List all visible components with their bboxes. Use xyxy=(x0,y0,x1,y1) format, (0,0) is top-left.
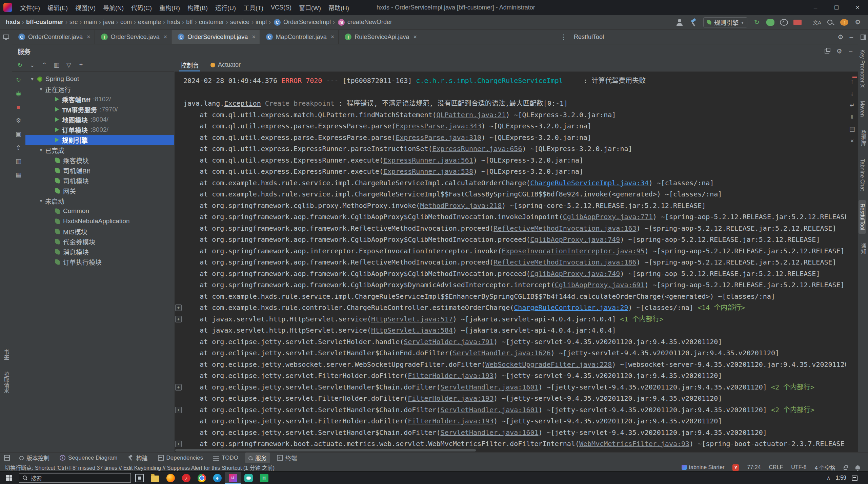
action-center-icon[interactable] xyxy=(852,476,857,481)
breadcrumb-item[interactable]: bff xyxy=(185,19,194,26)
breadcrumb-item[interactable]: main xyxy=(83,19,98,26)
hidden-tabs-icon[interactable]: ⋮ xyxy=(557,33,570,41)
menu-item[interactable]: 代码(C) xyxy=(127,0,156,15)
settings-gear-icon[interactable]: ⚙ xyxy=(854,18,862,27)
task-view-button[interactable] xyxy=(132,472,147,484)
dashboard-grid-icon[interactable]: ▦ xyxy=(14,171,23,179)
line-separator[interactable]: CRLF xyxy=(769,464,783,470)
stacktrace-link[interactable]: ChargeRuleServiceImpl.java:34 xyxy=(530,179,649,187)
filter-icon[interactable]: ▽ xyxy=(64,60,74,70)
tree-item[interactable]: ▾正在运行 xyxy=(25,84,174,94)
toolwindow-button-services[interactable]: 服务 xyxy=(245,453,270,463)
stacktrace-link[interactable]: WebSocketUpgradeFilter.java:228 xyxy=(485,360,612,369)
breadcrumb-item[interactable]: hxds xyxy=(5,19,21,26)
taskbar-search-input[interactable]: 搜索 xyxy=(19,473,131,483)
stripe-button[interactable]: Maven xyxy=(859,97,866,120)
edit-configuration-wrench-icon[interactable]: ⚙ xyxy=(14,117,23,125)
stacktrace-link[interactable]: ServletHandler.java:1601 xyxy=(441,428,539,437)
chrome-icon[interactable] xyxy=(194,472,209,484)
stacktrace-link[interactable]: HttpServlet.java:584 xyxy=(371,326,453,334)
stacktrace-link[interactable]: WebMvcMetricsFilter.java:93 xyxy=(579,440,689,448)
stacktrace-link[interactable]: ExposeInvocationInterceptor.java:95 xyxy=(502,247,644,255)
next-occurrence-icon[interactable]: ↓ xyxy=(848,90,856,97)
profiler-icon[interactable] xyxy=(780,19,788,26)
breadcrumb-item[interactable]: customer xyxy=(198,19,225,26)
stacktrace-link[interactable]: ExpressRunner.java:656 xyxy=(432,145,522,153)
stacktrace-link[interactable]: FilterHolder.java:193 xyxy=(408,372,493,380)
tool-window-switcher-icon[interactable] xyxy=(4,455,10,461)
stacktrace-link[interactable]: ExpressParse.java:343 xyxy=(396,122,481,130)
tree-item[interactable]: TM事务服务 :7970/ xyxy=(25,104,174,114)
camera-icon[interactable]: ▣ xyxy=(14,130,23,138)
toolwindow-button-dependencies[interactable]: Dependencies xyxy=(155,454,207,462)
chevron-down-icon[interactable]: ▾ xyxy=(37,198,45,204)
hbuilder-icon[interactable]: H xyxy=(256,472,272,484)
error-stripe-mark[interactable] xyxy=(852,77,857,78)
firefox-icon[interactable] xyxy=(163,472,178,484)
breadcrumb-item[interactable]: service xyxy=(229,19,250,26)
expand-fold-icon[interactable]: + xyxy=(175,316,182,322)
console-text[interactable]: Exception xyxy=(224,99,261,107)
stacktrace-link[interactable]: ChargeRuleController.java:29 xyxy=(514,303,628,312)
stacktrace-link[interactable]: CglibAopProxy.java:771 xyxy=(563,213,653,221)
create-breakpoint-link[interactable]: Create breakpoint xyxy=(261,99,339,107)
rerun-icon[interactable]: ↻ xyxy=(15,60,25,70)
toolwindow-button-terminal[interactable]: 终端 xyxy=(274,453,300,463)
stripe-button[interactable]: 拉取请求 xyxy=(1,368,11,397)
panel-settings-gear-icon[interactable]: ⚙ xyxy=(836,47,842,55)
expand-fold-icon[interactable]: + xyxy=(175,441,182,447)
tray-chevron-icon[interactable]: ∧ xyxy=(827,475,830,481)
restfultool-panel-title[interactable]: RestfulTool xyxy=(570,34,607,41)
tree-item[interactable]: Common xyxy=(25,206,174,216)
editor-tab[interactable]: COrderController.java× xyxy=(12,30,95,44)
tree-item[interactable]: 代金券模块 xyxy=(25,236,174,247)
maximize-window-icon[interactable]: □ xyxy=(826,0,847,15)
close-tab-icon[interactable]: × xyxy=(252,34,256,41)
stop-icon[interactable] xyxy=(793,20,802,25)
restfultool-hide-icon[interactable]: – xyxy=(849,33,853,41)
tree-item[interactable]: 订单模块 :8002/ xyxy=(25,125,174,135)
editor-tab[interactable]: IRuleServiceApi.java× xyxy=(339,30,421,44)
close-tab-icon[interactable]: × xyxy=(413,34,417,41)
copy-icon[interactable]: ▥ xyxy=(14,157,23,165)
stop-icon[interactable]: ■ xyxy=(14,103,23,111)
stacktrace-link[interactable]: ReflectiveMethodInvocation.java:163 xyxy=(493,224,636,232)
debug-icon[interactable]: ◉ xyxy=(14,89,23,98)
print-icon[interactable]: ▤ xyxy=(848,125,856,133)
expand-all-icon[interactable]: ⌄ xyxy=(27,60,37,70)
stacktrace-link[interactable]: ReflectiveMethodInvocation.java:186 xyxy=(493,258,636,266)
breadcrumb-item[interactable]: impl xyxy=(255,19,268,26)
minimize-window-icon[interactable]: – xyxy=(805,0,826,15)
rerun-icon[interactable]: ↻ xyxy=(753,18,761,27)
breadcrumb-class[interactable]: OrderServiceImpl xyxy=(282,19,332,26)
scroll-to-end-icon[interactable]: ⇩ xyxy=(848,113,856,121)
chat-app-icon[interactable] xyxy=(241,472,256,484)
breadcrumb-item[interactable]: java xyxy=(102,19,115,26)
hide-panel-icon[interactable]: – xyxy=(849,47,852,55)
stacktrace-link[interactable]: CglibAopProxy.java:691 xyxy=(555,281,645,289)
menu-item[interactable]: 编辑(E) xyxy=(44,0,72,15)
menu-item[interactable]: 构建(B) xyxy=(184,0,211,15)
stacktrace-link[interactable]: ServletHandler.java:1626 xyxy=(453,349,551,357)
readonly-lock-icon[interactable] xyxy=(844,467,847,470)
intellij-idea-icon[interactable]: IJ xyxy=(225,472,241,484)
edge-icon[interactable]: e xyxy=(209,472,225,484)
expand-fold-icon[interactable]: + xyxy=(175,384,182,391)
clock[interactable]: 1:59 xyxy=(836,475,846,481)
status-message[interactable]: 切换行断点: Shortcut 'Ctrl+F8' missed 37 time… xyxy=(5,463,275,471)
stacktrace-link[interactable]: HttpServlet.java:517 xyxy=(371,315,453,323)
search-everywhere-icon[interactable] xyxy=(827,19,835,26)
float-window-icon[interactable] xyxy=(825,49,829,54)
stacktrace-link[interactable]: FilterHolder.java:193 xyxy=(408,417,493,425)
close-tab-icon[interactable]: × xyxy=(87,34,90,41)
tree-item[interactable]: 乘客端Bff :8102/ xyxy=(25,94,174,104)
menu-item[interactable]: 文件(F) xyxy=(16,0,44,15)
chevron-down-icon[interactable]: ▾ xyxy=(37,147,45,153)
menu-item[interactable]: 帮助(H) xyxy=(325,0,353,15)
menu-item[interactable]: VCS(S) xyxy=(267,0,295,15)
clear-console-icon[interactable]: × xyxy=(848,137,856,145)
file-explorer-icon[interactable] xyxy=(147,472,163,484)
breadcrumb-item[interactable]: com xyxy=(119,19,133,26)
toolwindow-button-todo[interactable]: TODO xyxy=(210,454,242,462)
stacktrace-link[interactable]: FilterHolder.java:193 xyxy=(408,394,493,402)
